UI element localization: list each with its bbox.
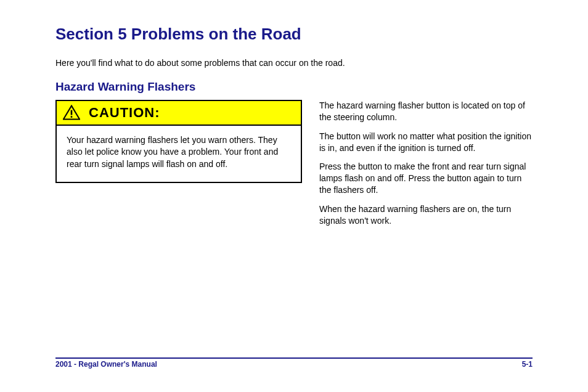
body-paragraph: The button will work no matter what posi… [319,131,533,154]
two-column-layout: CAUTION: Your hazard warning flashers le… [55,100,533,234]
caution-label: CAUTION: [89,105,160,121]
intro-paragraph: Here you'll find what to do about some p… [55,57,530,69]
section-heading: Section 5 Problems on the Road [55,25,533,44]
caution-box: CAUTION: Your hazard warning flashers le… [55,100,302,183]
left-column: CAUTION: Your hazard warning flashers le… [55,100,302,234]
right-column: The hazard warning flasher button is loc… [319,100,533,234]
subsection-heading: Hazard Warning Flashers [55,80,533,94]
page-content: Section 5 Problems on the Road Here you'… [0,0,588,234]
footer-prev-label: 2001 - Regal Owner's Manual [55,360,157,369]
page-number: 5-1 [522,360,533,369]
caution-header: CAUTION: [57,101,301,126]
page-footer: 2001 - Regal Owner's Manual 5-1 [55,357,533,369]
body-paragraph: The hazard warning flasher button is loc… [319,100,533,123]
warning-triangle-icon [63,105,80,121]
body-paragraph: When the hazard warning flashers are on,… [319,203,533,227]
svg-rect-2 [71,116,73,118]
svg-rect-1 [71,110,73,115]
caution-body-text: Your hazard warning flashers let you war… [57,126,301,182]
body-paragraph: Press the button to make the front and r… [319,161,533,196]
